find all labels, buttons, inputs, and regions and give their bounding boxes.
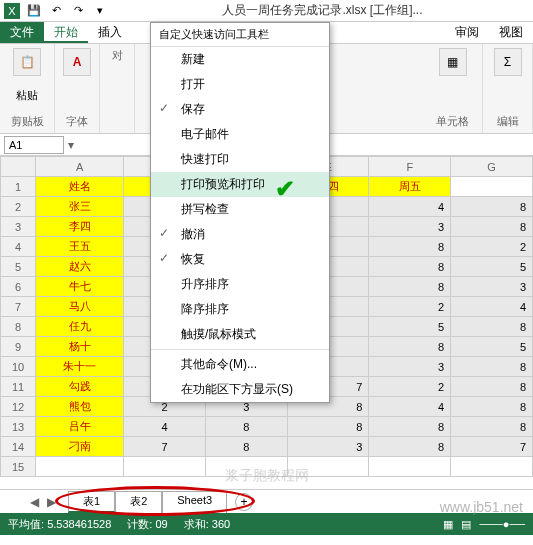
cell[interactable]: 8 xyxy=(451,377,533,397)
view-normal-icon[interactable]: ▦ xyxy=(443,518,453,531)
cell[interactable]: 8 xyxy=(451,317,533,337)
tab-view[interactable]: 视图 xyxy=(489,22,533,43)
sheet-tab[interactable]: 表1 xyxy=(68,491,115,513)
zoom-slider[interactable]: ───●── xyxy=(479,518,525,530)
row-header[interactable]: 10 xyxy=(1,357,36,377)
qat-dropdown-icon[interactable]: ▾ xyxy=(92,3,108,19)
cell[interactable]: 2 xyxy=(369,297,451,317)
menu-item[interactable]: 电子邮件 xyxy=(151,122,329,147)
cell[interactable]: 8 xyxy=(369,237,451,257)
cell[interactable]: 8 xyxy=(369,277,451,297)
cell[interactable]: 赵六 xyxy=(36,257,124,277)
tab-file[interactable]: 文件 xyxy=(0,22,44,43)
cell[interactable]: 5 xyxy=(451,257,533,277)
row-header[interactable]: 13 xyxy=(1,417,36,437)
tab-home[interactable]: 开始 xyxy=(44,22,88,43)
view-page-icon[interactable]: ▤ xyxy=(461,518,471,531)
cell[interactable]: 3 xyxy=(287,437,369,457)
cell[interactable]: 2 xyxy=(369,377,451,397)
cell[interactable]: 王五 xyxy=(36,237,124,257)
tab-insert[interactable]: 插入 xyxy=(88,22,132,43)
row-header[interactable]: 8 xyxy=(1,317,36,337)
cell[interactable]: 8 xyxy=(451,197,533,217)
paste-icon[interactable]: 📋 xyxy=(13,48,41,76)
menu-item[interactable]: 打印预览和打印 xyxy=(151,172,329,197)
cell[interactable]: 8 xyxy=(369,257,451,277)
cells-icon[interactable]: ▦ xyxy=(439,48,467,76)
row-header[interactable]: 9 xyxy=(1,337,36,357)
sheet-tab[interactable]: 表2 xyxy=(115,491,162,513)
row-header[interactable]: 2 xyxy=(1,197,36,217)
sheet-tab[interactable]: Sheet3 xyxy=(162,491,227,513)
cell[interactable] xyxy=(451,177,533,197)
cell[interactable]: 4 xyxy=(369,397,451,417)
cell[interactable] xyxy=(369,457,451,477)
cell[interactable]: 4 xyxy=(451,297,533,317)
menu-item[interactable]: ✓撤消 xyxy=(151,222,329,247)
menu-item[interactable]: 快速打印 xyxy=(151,147,329,172)
cell[interactable]: 7 xyxy=(451,437,533,457)
cell[interactable]: 7 xyxy=(124,437,206,457)
column-header[interactable]: G xyxy=(451,157,533,177)
undo-icon[interactable]: ↶ xyxy=(48,3,64,19)
cell[interactable]: 李四 xyxy=(36,217,124,237)
cell[interactable]: 5 xyxy=(451,337,533,357)
row-header[interactable]: 5 xyxy=(1,257,36,277)
column-header[interactable]: F xyxy=(369,157,451,177)
cell[interactable]: 8 xyxy=(451,357,533,377)
cell[interactable]: 8 xyxy=(287,417,369,437)
tab-review[interactable]: 审阅 xyxy=(445,22,489,43)
cell[interactable]: 姓名 xyxy=(36,177,124,197)
cell[interactable]: 8 xyxy=(451,217,533,237)
menu-item[interactable]: 触摸/鼠标模式 xyxy=(151,322,329,347)
cell[interactable]: 马八 xyxy=(36,297,124,317)
cell[interactable] xyxy=(287,457,369,477)
cell[interactable]: 吕午 xyxy=(36,417,124,437)
menu-item[interactable]: 降序排序 xyxy=(151,297,329,322)
cell[interactable]: 8 xyxy=(205,437,287,457)
menu-item[interactable]: 新建 xyxy=(151,47,329,72)
cell[interactable] xyxy=(451,457,533,477)
row-header[interactable]: 15 xyxy=(1,457,36,477)
cell[interactable]: 8 xyxy=(451,397,533,417)
namebox-dropdown-icon[interactable]: ▾ xyxy=(68,138,74,152)
cell[interactable]: 任九 xyxy=(36,317,124,337)
menu-item[interactable]: 在功能区下方显示(S) xyxy=(151,377,329,402)
row-header[interactable]: 3 xyxy=(1,217,36,237)
cell[interactable]: 4 xyxy=(124,417,206,437)
cell[interactable]: 8 xyxy=(369,417,451,437)
cell[interactable]: 熊包 xyxy=(36,397,124,417)
column-header[interactable] xyxy=(1,157,36,177)
sheet-nav-prev-icon[interactable]: ◀ xyxy=(30,495,39,509)
cell[interactable]: 8 xyxy=(369,337,451,357)
cell[interactable]: 5 xyxy=(369,317,451,337)
cell[interactable]: 牛七 xyxy=(36,277,124,297)
cell[interactable]: 朱十一 xyxy=(36,357,124,377)
menu-item[interactable]: 升序排序 xyxy=(151,272,329,297)
menu-item[interactable]: ✓恢复 xyxy=(151,247,329,272)
row-header[interactable]: 14 xyxy=(1,437,36,457)
cell[interactable] xyxy=(124,457,206,477)
row-header[interactable]: 7 xyxy=(1,297,36,317)
redo-icon[interactable]: ↷ xyxy=(70,3,86,19)
row-header[interactable]: 4 xyxy=(1,237,36,257)
cell[interactable]: 8 xyxy=(205,417,287,437)
row-header[interactable]: 1 xyxy=(1,177,36,197)
row-header[interactable]: 11 xyxy=(1,377,36,397)
save-icon[interactable]: 💾 xyxy=(26,3,42,19)
add-sheet-button[interactable]: + xyxy=(235,493,253,511)
menu-item[interactable]: 拼写检查 xyxy=(151,197,329,222)
menu-item[interactable]: ✓保存 xyxy=(151,97,329,122)
name-box[interactable]: A1 xyxy=(4,136,64,154)
cell[interactable]: 3 xyxy=(369,217,451,237)
cell[interactable]: 刁南 xyxy=(36,437,124,457)
cell[interactable]: 4 xyxy=(369,197,451,217)
row-header[interactable]: 12 xyxy=(1,397,36,417)
cell[interactable]: 2 xyxy=(451,237,533,257)
menu-item[interactable]: 打开 xyxy=(151,72,329,97)
cell[interactable]: 周五 xyxy=(369,177,451,197)
cell[interactable]: 张三 xyxy=(36,197,124,217)
cell[interactable] xyxy=(36,457,124,477)
sheet-nav-next-icon[interactable]: ▶ xyxy=(47,495,56,509)
cell[interactable] xyxy=(205,457,287,477)
